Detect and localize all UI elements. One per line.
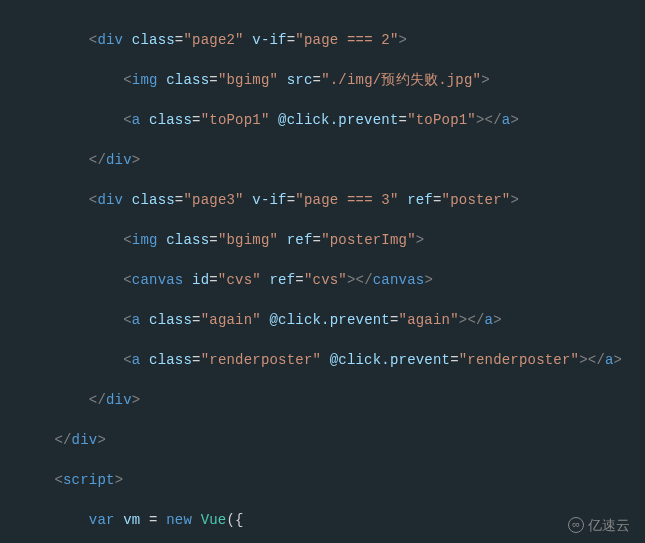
watermark: ∞ 亿速云 <box>568 515 630 535</box>
code-editor[interactable]: <div class="page2" v-if="page === 2"> <i… <box>20 10 625 543</box>
code-line: <div class="page2" v-if="page === 2"> <box>20 30 625 50</box>
infinity-icon: ∞ <box>568 517 584 533</box>
code-line: <canvas id="cvs" ref="cvs"></canvas> <box>20 270 625 290</box>
code-line: <img class="bgimg" ref="posterImg"> <box>20 230 625 250</box>
code-line: <a class="renderposter" @click.prevent="… <box>20 350 625 370</box>
code-line: var vm = new Vue({ <box>20 510 625 530</box>
code-line: <div class="page3" v-if="page === 3" ref… <box>20 190 625 210</box>
watermark-text: 亿速云 <box>588 515 630 535</box>
code-line: <a class="again" @click.prevent="again">… <box>20 310 625 330</box>
code-line: <a class="toPop1" @click.prevent="toPop1… <box>20 110 625 130</box>
code-line: </div> <box>20 430 625 450</box>
code-line: </div> <box>20 390 625 410</box>
code-line: <img class="bgimg" src="./img/预约失败.jpg"> <box>20 70 625 90</box>
code-line: </div> <box>20 150 625 170</box>
code-line: <script> <box>20 470 625 490</box>
